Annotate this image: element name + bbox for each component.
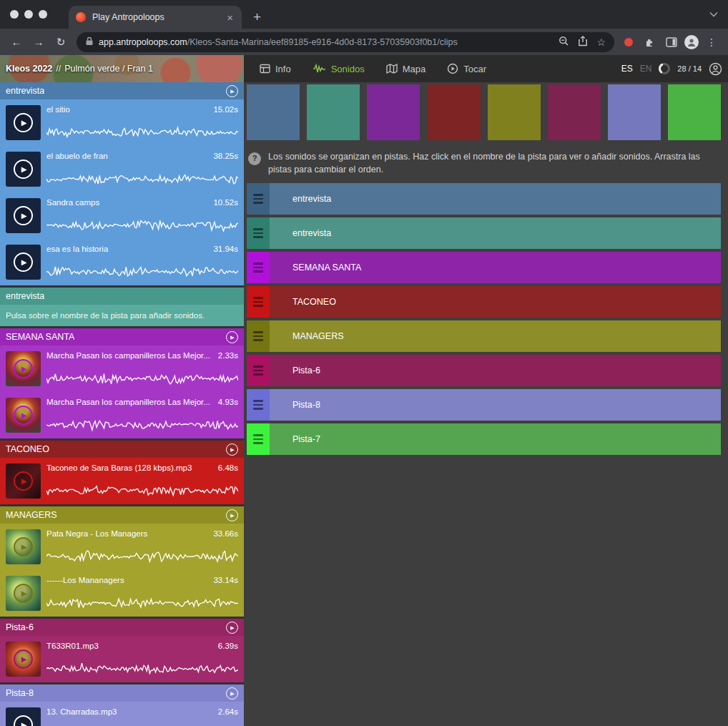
clip-row[interactable]: ▶------Los Mananagers33.14s bbox=[0, 570, 244, 617]
track-header[interactable]: entrevista bbox=[0, 288, 244, 305]
track-header[interactable]: entrevista▶ bbox=[0, 82, 244, 99]
zoom-icon[interactable] bbox=[559, 36, 569, 49]
track-row[interactable]: SEMANA SANTA bbox=[247, 252, 721, 283]
track-play-button[interactable]: ▶ bbox=[226, 331, 238, 343]
clip-row[interactable]: ▶13. Charradas.mp32.64s bbox=[0, 702, 244, 726]
track-row[interactable]: Pista-8 bbox=[247, 389, 721, 421]
clip-thumbnail[interactable]: ▶ bbox=[6, 245, 41, 280]
profile-avatar[interactable] bbox=[684, 35, 699, 49]
back-icon[interactable]: ← bbox=[7, 33, 26, 51]
clip-thumbnail[interactable]: ▶ bbox=[6, 707, 41, 726]
account-icon[interactable] bbox=[709, 62, 722, 76]
clip-thumbnail[interactable]: ▶ bbox=[6, 576, 41, 611]
drag-handle[interactable] bbox=[247, 355, 270, 386]
track-name: MANAGERS bbox=[6, 510, 57, 520]
play-icon: ▶ bbox=[21, 412, 27, 419]
track-header[interactable]: MANAGERS▶ bbox=[0, 506, 244, 524]
track-play-button[interactable]: ▶ bbox=[226, 85, 238, 97]
track-color-swatch[interactable] bbox=[548, 84, 601, 140]
track-color-swatch[interactable] bbox=[367, 84, 420, 140]
side-panel-icon[interactable] bbox=[662, 33, 681, 51]
clip-row[interactable]: ▶esa es la historia31.94s bbox=[0, 239, 244, 285]
window-minimize-button[interactable] bbox=[24, 10, 33, 19]
track-play-button[interactable]: ▶ bbox=[226, 443, 238, 456]
lang-en-button[interactable]: EN bbox=[640, 64, 652, 74]
clip-thumbnail[interactable]: ▶ bbox=[6, 642, 41, 677]
track-row-bar[interactable]: entrevista bbox=[270, 183, 721, 215]
track-color-swatch[interactable] bbox=[668, 84, 721, 140]
clip-row[interactable]: ▶Marcha Pasan los campanilleros Las Mejo… bbox=[0, 392, 244, 438]
track-row-bar[interactable]: SEMANA SANTA bbox=[270, 252, 721, 283]
track-header[interactable]: TACONEO▶ bbox=[0, 441, 244, 458]
track-color-swatch[interactable] bbox=[247, 84, 300, 140]
drag-handle[interactable] bbox=[247, 423, 270, 455]
nav-tab-tocar[interactable]: Tocar bbox=[447, 63, 486, 74]
bookmark-star-icon[interactable]: ☆ bbox=[596, 36, 606, 48]
clip-row[interactable]: ▶Marcha Pasan los campanilleros Las Mejo… bbox=[0, 345, 244, 392]
new-tab-button[interactable]: + bbox=[249, 6, 265, 29]
track-row-bar[interactable]: TACONEO bbox=[270, 286, 721, 318]
nav-tab-mapa[interactable]: Mapa bbox=[386, 64, 426, 74]
track-row-bar[interactable]: Pista-8 bbox=[270, 389, 721, 421]
clip-list: ▶T633R01.mp36.39s bbox=[0, 636, 244, 682]
project-banner[interactable]: Kleos 2022//Pulmón verde / Fran 1 bbox=[0, 55, 244, 82]
browser-tab[interactable]: Play Antropoloops × bbox=[69, 6, 242, 29]
track-header[interactable]: Pista-6▶ bbox=[0, 619, 244, 636]
track-play-button[interactable]: ▶ bbox=[226, 622, 238, 634]
tab-search-chevron-icon[interactable] bbox=[709, 11, 718, 17]
track-header[interactable]: Pista-8▶ bbox=[0, 685, 244, 702]
lang-es-button[interactable]: ES bbox=[621, 64, 633, 74]
track-row-bar[interactable]: Pista-7 bbox=[270, 423, 721, 455]
browser-menu-icon[interactable]: ⋮ bbox=[702, 33, 721, 51]
window-close-button[interactable] bbox=[10, 10, 19, 19]
track-section: MANAGERS▶▶Pata Negra - Los Managers33.66… bbox=[0, 506, 244, 617]
track-color-swatch[interactable] bbox=[608, 84, 661, 140]
track-row[interactable]: Pista-7 bbox=[247, 423, 721, 455]
track-row-bar[interactable]: MANAGERS bbox=[270, 320, 721, 352]
track-play-button[interactable]: ▶ bbox=[226, 687, 238, 700]
reload-icon[interactable]: ↻ bbox=[51, 33, 70, 51]
clip-row[interactable]: ▶Sandra camps10.52s bbox=[0, 192, 244, 239]
clip-row[interactable]: ▶T633R01.mp36.39s bbox=[0, 636, 244, 682]
clip-thumbnail[interactable]: ▶ bbox=[6, 351, 41, 386]
address-bar[interactable]: app.antropoloops.com/Kleos-Santa-Marina/… bbox=[77, 32, 614, 52]
clip-row[interactable]: ▶el sitio15.02s bbox=[0, 99, 244, 146]
track-play-button[interactable]: ▶ bbox=[226, 509, 238, 521]
clip-thumbnail[interactable]: ▶ bbox=[6, 398, 41, 433]
drag-handle[interactable] bbox=[247, 252, 270, 283]
track-row[interactable]: entrevista bbox=[247, 183, 721, 215]
track-row[interactable]: TACONEO bbox=[247, 286, 721, 318]
clip-thumbnail[interactable]: ▶ bbox=[6, 105, 41, 140]
clip-thumbnail[interactable]: ▶ bbox=[6, 152, 41, 187]
drag-handle[interactable] bbox=[247, 389, 270, 421]
clip-waveform bbox=[46, 217, 238, 233]
drag-handle[interactable] bbox=[247, 286, 270, 318]
nav-tab-info[interactable]: Info bbox=[260, 64, 291, 74]
track-color-swatch[interactable] bbox=[307, 84, 360, 140]
track-row[interactable]: Pista-6 bbox=[247, 355, 721, 386]
track-header[interactable]: SEMANA SANTA▶ bbox=[0, 328, 244, 345]
extensions-puzzle-icon[interactable] bbox=[640, 33, 659, 51]
clip-row[interactable]: ▶Taconeo de Sara Baras (128 kbps).mp36.4… bbox=[0, 458, 244, 504]
nav-tab-sonidos[interactable]: Sonidos bbox=[313, 64, 365, 74]
track-color-swatch[interactable] bbox=[427, 84, 480, 140]
track-row[interactable]: MANAGERS bbox=[247, 320, 721, 352]
clip-thumbnail[interactable]: ▶ bbox=[6, 463, 41, 499]
clip-row[interactable]: ▶Pata Negra - Los Managers33.66s bbox=[0, 524, 244, 570]
drag-handle[interactable] bbox=[247, 320, 270, 352]
forward-icon[interactable]: → bbox=[29, 33, 48, 51]
clip-row[interactable]: ▶el abuelo de fran38.25s bbox=[0, 146, 244, 192]
drag-handle[interactable] bbox=[247, 183, 270, 215]
lock-icon bbox=[85, 36, 94, 48]
track-row-bar[interactable]: Pista-6 bbox=[270, 355, 721, 386]
track-color-swatch[interactable] bbox=[488, 84, 541, 140]
track-row-bar[interactable]: entrevista bbox=[270, 217, 721, 249]
extension-record-icon[interactable] bbox=[624, 38, 633, 46]
clip-thumbnail[interactable]: ▶ bbox=[6, 529, 41, 564]
window-zoom-button[interactable] bbox=[39, 10, 47, 19]
clip-thumbnail[interactable]: ▶ bbox=[6, 198, 41, 233]
track-row[interactable]: entrevista bbox=[247, 217, 721, 249]
tab-close-icon[interactable]: × bbox=[225, 11, 235, 24]
drag-handle[interactable] bbox=[247, 217, 270, 249]
share-icon[interactable] bbox=[578, 36, 588, 49]
